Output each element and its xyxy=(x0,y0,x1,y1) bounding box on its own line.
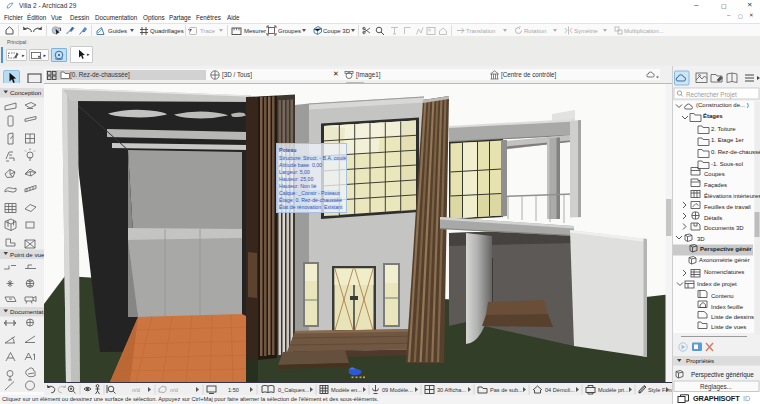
svg-text:Pas de sub...: Pas de sub... xyxy=(490,387,523,393)
svg-text:n/d: n/d xyxy=(170,387,178,393)
svg-text:1:50: 1:50 xyxy=(228,387,239,393)
svg-text:Point de vue: Point de vue xyxy=(10,251,44,258)
svg-text:Modèle pri...: Modèle pri... xyxy=(598,387,629,393)
svg-text:Modèle en...: Modèle en... xyxy=(331,387,362,393)
svg-text:Conception: Conception xyxy=(10,89,42,96)
svg-text:n/d: n/d xyxy=(132,387,140,393)
svg-text:0_Calques...: 0_Calques... xyxy=(278,387,310,393)
svg-text:Documentat...: Documentat... xyxy=(10,308,44,315)
svg-text:09 Modèle...: 09 Modèle... xyxy=(382,387,413,393)
svg-text:04 Démoli...: 04 Démoli... xyxy=(545,387,575,393)
svg-text:30 Afficha...: 30 Afficha... xyxy=(437,387,467,393)
